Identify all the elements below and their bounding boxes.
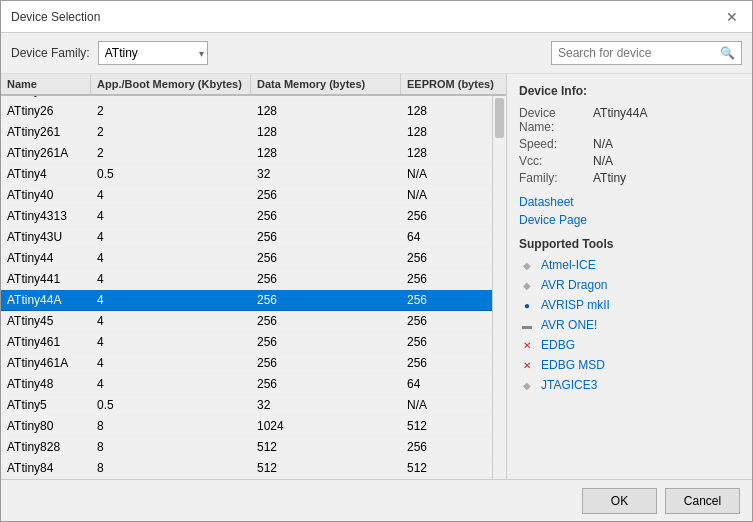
table-row[interactable]: ATtiny461 4 256 256 [1,332,492,353]
content-area: Name App./Boot Memory (Kbytes) Data Memo… [1,74,752,479]
table-row[interactable]: ATtiny828 8 512 256 [1,437,492,458]
info-link[interactable]: Datasheet [519,195,740,209]
cell-name: ATtiny5 [1,395,91,416]
tool-item[interactable]: ✕EDBG MSD [519,357,740,373]
table-row[interactable]: ATtiny44 4 256 256 [1,248,492,269]
cell-app-mem: 8 [91,416,251,437]
cell-eeprom: N/A [401,185,492,206]
cell-data-mem: 256 [251,374,401,395]
cell-data-mem: 256 [251,353,401,374]
cell-data-mem: 256 [251,206,401,227]
table-row[interactable]: ATtiny261 2 128 128 [1,122,492,143]
info-label: Vcc: [519,154,589,168]
table-row[interactable]: ATtiny4313 4 256 256 [1,206,492,227]
dialog-title: Device Selection [11,10,100,24]
cell-eeprom: 256 [401,290,492,311]
cell-app-mem: 8 [91,437,251,458]
device-family-select[interactable]: ATtiny ATmega AVR DA AVR DB AVR DD [98,41,208,65]
tool-icon: ◆ [519,257,535,273]
search-input[interactable] [552,44,714,62]
table-row[interactable]: ATtiny43U 4 256 64 [1,227,492,248]
cell-data-mem: 1024 [251,416,401,437]
tool-icon: ● [519,297,535,313]
table-row[interactable]: ATtiny45 4 256 256 [1,311,492,332]
col-app-mem: App./Boot Memory (Kbytes) [91,74,251,94]
device-info-title: Device Info: [519,84,740,98]
ok-button[interactable]: OK [582,488,657,514]
cell-app-mem: 2 [91,122,251,143]
table-row[interactable]: ATtiny261A 2 128 128 [1,143,492,164]
cell-name: ATtiny461A [1,353,91,374]
cell-name: ATtiny4313 [1,206,91,227]
table-row[interactable]: ATtiny441 4 256 256 [1,269,492,290]
cell-data-mem: 256 [251,290,401,311]
table-row[interactable]: ATtiny48 4 256 64 [1,374,492,395]
tool-item[interactable]: ✕EDBG [519,337,740,353]
tool-item[interactable]: ●AVRISP mkII [519,297,740,313]
cell-app-mem: 0.5 [91,395,251,416]
cell-app-mem: 2 [91,101,251,122]
cell-data-mem: 256 [251,269,401,290]
col-eeprom: EEPROM (bytes) [401,74,507,94]
info-link[interactable]: Device Page [519,213,740,227]
cell-data-mem: 32 [251,395,401,416]
cancel-button[interactable]: Cancel [665,488,740,514]
cell-app-mem: 4 [91,290,251,311]
table-row[interactable]: ATtiny461A 4 256 256 [1,353,492,374]
table-row[interactable]: ATtiny4 0.5 32 N/A [1,164,492,185]
scroll-thumb[interactable] [495,98,504,138]
cell-name: ATtiny43U [1,227,91,248]
tool-item[interactable]: ◆JTAGICE3 [519,377,740,393]
tool-item[interactable]: ◆AVR Dragon [519,277,740,293]
info-grid: Device Name:ATtiny44ASpeed:N/AVcc:N/AFam… [519,106,740,185]
cell-eeprom: 128 [401,101,492,122]
cell-data-mem: 128 [251,122,401,143]
cell-data-mem: 128 [251,143,401,164]
cell-name: ATtiny40 [1,185,91,206]
cell-app-mem: 4 [91,269,251,290]
cell-name: ATtiny261 [1,122,91,143]
cell-eeprom: 256 [401,353,492,374]
cell-name: ATtiny261A [1,143,91,164]
cell-data-mem: 256 [251,332,401,353]
tool-item[interactable]: ▬AVR ONE! [519,317,740,333]
cell-data-mem: 128 [251,101,401,122]
tool-icon: ◆ [519,377,535,393]
cell-eeprom: 256 [401,269,492,290]
info-value: N/A [593,154,740,168]
cell-app-mem: 4 [91,227,251,248]
table-header: Name App./Boot Memory (Kbytes) Data Memo… [1,74,506,96]
cell-name: ATtiny461 [1,332,91,353]
close-button[interactable]: ✕ [722,7,742,27]
cell-eeprom: 256 [401,206,492,227]
table-row[interactable]: ATtiny5 0.5 32 N/A [1,395,492,416]
cell-data-mem: 512 [251,437,401,458]
cell-data-mem: 512 [251,458,401,479]
tools-list: ◆Atmel-ICE◆AVR Dragon●AVRISP mkII▬AVR ON… [519,257,740,393]
cell-name: ATtiny44 [1,248,91,269]
table-row[interactable]: ATtiny84 8 512 512 [1,458,492,479]
table-row[interactable]: ATtiny44A 4 256 256 [1,290,492,311]
search-icon: 🔍 [714,46,741,60]
info-value: ATtiny44A [593,106,740,134]
table-row[interactable]: ATtiny80 8 1024 512 [1,416,492,437]
tool-item[interactable]: ◆Atmel-ICE [519,257,740,273]
cell-name: ATtiny26 [1,101,91,122]
info-links: DatasheetDevice Page [519,195,740,227]
cell-eeprom: 64 [401,227,492,248]
cell-app-mem: 2 [91,143,251,164]
cell-eeprom: 256 [401,248,492,269]
cell-eeprom: N/A [401,395,492,416]
cell-app-mem: 4 [91,332,251,353]
cell-name: ATtiny44A [1,290,91,311]
cell-app-mem: 8 [91,458,251,479]
table-row[interactable]: ATtiny26 2 128 128 [1,101,492,122]
cell-app-mem: 4 [91,353,251,374]
cell-app-mem: 4 [91,248,251,269]
tool-name: EDBG MSD [541,358,605,372]
table-row[interactable]: ATtiny40 4 256 N/A [1,185,492,206]
cell-data-mem: 32 [251,164,401,185]
col-data-mem: Data Memory (bytes) [251,74,401,94]
tool-name: JTAGICE3 [541,378,597,392]
table-scrollbar[interactable] [492,96,506,479]
